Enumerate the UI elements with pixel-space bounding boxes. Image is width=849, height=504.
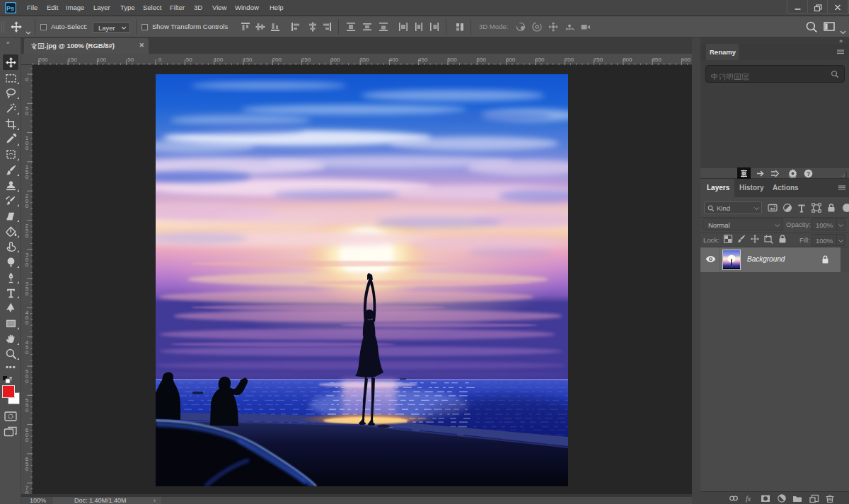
svg-text:700: 700 [565,57,574,63]
svg-text:Ps: Ps [6,5,14,12]
svg-text:300: 300 [330,57,340,63]
svg-text:150: 150 [243,57,253,63]
svg-text:50: 50 [127,57,134,63]
svg-text:0: 0 [25,203,29,209]
svg-text:0: 0 [25,110,29,117]
svg-text:400: 400 [389,57,399,63]
svg-text:550: 550 [477,57,487,63]
svg-text:0: 0 [25,437,29,443]
svg-text:900: 900 [681,57,691,63]
svg-text:350: 350 [359,57,369,63]
svg-text:200: 200 [38,57,48,63]
svg-text:250: 250 [301,57,311,63]
svg-text:0: 0 [25,233,29,239]
svg-text:600: 600 [506,57,516,63]
svg-text:0: 0 [25,174,29,180]
svg-text:450: 450 [418,57,428,63]
svg-text:0: 0 [25,262,29,268]
svg-text:0: 0 [25,291,29,297]
svg-text:100: 100 [214,57,224,63]
svg-text:850: 850 [652,57,662,63]
svg-text:750: 750 [594,57,603,63]
svg-text:50: 50 [186,57,192,63]
svg-text:200: 200 [272,57,282,63]
svg-text:0: 0 [25,378,29,385]
svg-text:0: 0 [25,407,29,414]
svg-text:0: 0 [25,349,29,356]
svg-text:0: 0 [158,57,162,63]
svg-text:150: 150 [67,57,77,63]
svg-text:650: 650 [535,57,545,63]
svg-text:?: ? [807,170,810,177]
svg-text:0: 0 [25,320,29,326]
svg-text:0: 0 [25,145,29,151]
svg-text:800: 800 [623,57,633,63]
svg-text:fx: fx [746,495,751,503]
svg-text:0: 0 [25,466,29,472]
svg-text:500: 500 [447,57,457,63]
svg-text:0: 0 [25,76,29,83]
svg-text:100: 100 [97,57,107,63]
